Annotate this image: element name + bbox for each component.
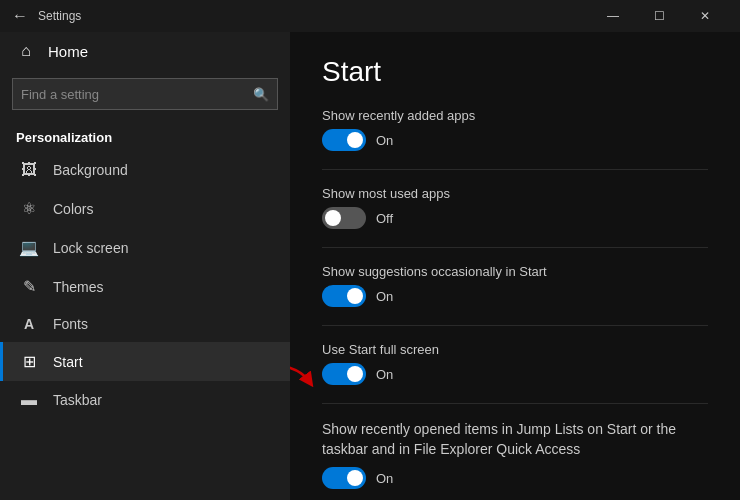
setting-label: Show suggestions occasionally in Start [322,264,708,279]
toggle-state: On [376,367,393,382]
divider [322,247,708,248]
maximize-button[interactable]: ☐ [636,0,682,32]
sidebar-item-label: Start [53,354,83,370]
toggle-state: On [376,133,393,148]
search-input[interactable] [21,87,247,102]
setting-full-screen: Use Start full screen On [322,342,708,385]
toggle-row: On [322,129,708,151]
sidebar-item-themes[interactable]: ✎ Themes [0,267,290,306]
sidebar-home-label: Home [48,43,88,60]
sidebar-item-label: Taskbar [53,392,102,408]
red-arrow-annotation [290,359,317,395]
toggle-row: Off [322,207,708,229]
page-title: Start [322,56,708,88]
toggle-state: On [376,471,393,486]
themes-icon: ✎ [19,277,39,296]
title-bar: ← Settings — ☐ ✕ [0,0,740,32]
toggle-suggestions[interactable] [322,285,366,307]
setting-label: Show most used apps [322,186,708,201]
title-bar-title: Settings [38,9,81,23]
home-icon: ⌂ [16,42,36,60]
title-bar-left: ← Settings [12,7,590,25]
sidebar-item-label: Background [53,162,128,178]
sidebar-item-background[interactable]: 🖼 Background [0,151,290,189]
sidebar-item-label: Fonts [53,316,88,332]
sidebar-item-label: Themes [53,279,104,295]
divider [322,169,708,170]
content-area: Start Show recently added apps On Show m… [290,32,740,500]
toggle-jump-lists[interactable] [322,467,366,489]
back-icon[interactable]: ← [12,7,28,25]
setting-jump-lists: Show recently opened items in Jump Lists… [322,420,708,489]
toggle-state: Off [376,211,393,226]
toggle-row: On [322,285,708,307]
setting-label: Show recently added apps [322,108,708,123]
title-bar-controls: — ☐ ✕ [590,0,728,32]
colors-icon: ⚛ [19,199,39,218]
minimize-button[interactable]: — [590,0,636,32]
divider [322,325,708,326]
fonts-icon: A [19,316,39,332]
setting-recently-added: Show recently added apps On [322,108,708,151]
search-box[interactable]: 🔍 [12,78,278,110]
setting-label: Use Start full screen [322,342,708,357]
toggle-state: On [376,289,393,304]
toggle-row: On [322,467,708,489]
setting-most-used: Show most used apps Off [322,186,708,229]
sidebar-item-taskbar[interactable]: ▬ Taskbar [0,381,290,419]
toggle-most-used[interactable] [322,207,366,229]
sidebar-item-colors[interactable]: ⚛ Colors [0,189,290,228]
background-icon: 🖼 [19,161,39,179]
main-layout: ⌂ Home 🔍 Personalization 🖼 Background ⚛ … [0,32,740,500]
toggle-full-screen[interactable] [322,363,366,385]
toggle-row: On [322,363,708,385]
sidebar-section-title: Personalization [0,118,290,151]
close-button[interactable]: ✕ [682,0,728,32]
sidebar-item-label: Colors [53,201,93,217]
sidebar-item-lock-screen[interactable]: 💻 Lock screen [0,228,290,267]
setting-suggestions: Show suggestions occasionally in Start O… [322,264,708,307]
lock-screen-icon: 💻 [19,238,39,257]
start-icon: ⊞ [19,352,39,371]
sidebar-item-label: Lock screen [53,240,128,256]
toggle-recently-added[interactable] [322,129,366,151]
search-icon: 🔍 [253,87,269,102]
taskbar-icon: ▬ [19,391,39,409]
sidebar-item-home[interactable]: ⌂ Home [0,32,290,70]
setting-label: Show recently opened items in Jump Lists… [322,420,708,459]
sidebar-item-start[interactable]: ⊞ Start [0,342,290,381]
sidebar-item-fonts[interactable]: A Fonts [0,306,290,342]
sidebar: ⌂ Home 🔍 Personalization 🖼 Background ⚛ … [0,32,290,500]
divider [322,403,708,404]
